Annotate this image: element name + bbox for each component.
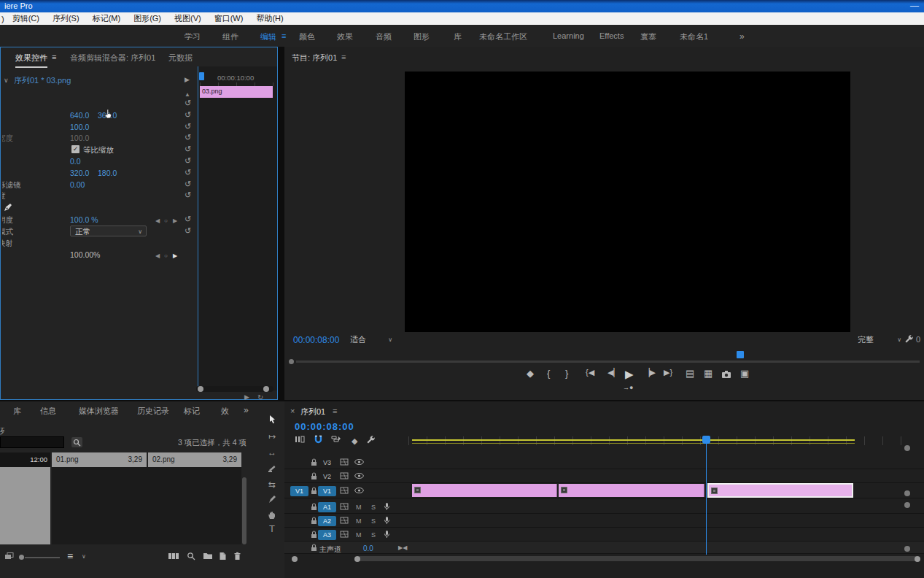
ec-clip-bar[interactable]: 03.png [200,86,273,98]
step-back-icon[interactable]: ◀▏ [607,368,620,377]
mark-out-icon[interactable]: } [565,368,568,379]
v1-target-button[interactable]: V1 [318,486,336,496]
v2-sync-lock-icon[interactable] [340,472,349,479]
ws-tab-effects-en[interactable]: Effects [599,31,624,40]
ec-playhead[interactable] [199,72,204,80]
menu-clip[interactable]: 剪辑(C) [6,13,46,24]
v1-eye-icon[interactable] [354,488,364,493]
a2-solo-button[interactable]: S [371,517,376,525]
tab-metadata[interactable]: 元数据 [168,53,193,63]
a1-lock-icon[interactable] [311,503,317,511]
new-bin-folder-icon[interactable] [203,552,213,560]
program-seek-track[interactable] [296,361,920,363]
nest-indicator-icon[interactable] [295,435,305,444]
effect-controls-panel-menu-icon[interactable]: ≡ [52,53,56,61]
speed-prev-keyframe-icon[interactable]: ◀ [155,253,160,259]
timeline-clip-1[interactable] [412,484,557,497]
ws-tab-custom[interactable]: 寰寨 [640,31,656,42]
ws-tab-unnamed1[interactable]: 未命名1 [680,31,708,42]
program-zoom-select[interactable]: 适合 ∨ [347,333,394,345]
ws-tab-learn[interactable]: 学习 [185,31,201,42]
tab-libraries[interactable]: 库 [13,406,21,417]
program-quality-select[interactable]: 完整 ∨ [855,333,903,345]
a2-target-button[interactable]: A2 [318,516,336,526]
mark-in-icon[interactable]: { [547,368,550,379]
find-bin-icon[interactable] [187,552,195,560]
tool-razor-icon[interactable] [260,461,284,476]
reset-blend-mode-icon[interactable]: ↺ [185,226,193,236]
go-to-in-icon[interactable]: {◀ [586,368,594,377]
ec-zoom-scrollbar[interactable] [196,386,273,392]
reset-opacity-icon[interactable]: ↺ [185,190,193,200]
timeline-settings-wrench-icon[interactable] [366,435,376,444]
timeline-clip-3-selected[interactable] [707,483,853,498]
tool-track-select-icon[interactable]: ↦ [260,429,284,444]
tab-effects-clipped[interactable]: 效 [221,406,229,417]
reset-rotation-icon[interactable]: ↺ [185,156,193,166]
a1-sync-lock-icon[interactable] [340,503,349,510]
blend-mode-select[interactable]: 正常 ∨ [70,226,147,236]
v3-target-button[interactable]: V3 [318,458,336,468]
ws-tab-effects[interactable]: 效果 [337,31,353,42]
rotation-value[interactable]: 0.0 [70,157,81,166]
timeline-scroll-left-circle[interactable] [292,556,298,562]
video-scroll-handle-top[interactable] [904,445,910,451]
program-timecode[interactable]: 00:00:08:00 [293,335,339,345]
program-video-frame[interactable] [405,72,850,332]
tool-hand-icon[interactable] [260,508,284,523]
extract-icon[interactable]: ▦ [704,368,713,379]
project-scrollbar[interactable] [242,477,246,544]
reset-position-icon[interactable]: ↺ [185,110,193,120]
lift-icon[interactable]: ▤ [686,368,694,379]
speed-next-keyframe-icon[interactable]: ▶ [173,253,177,259]
v2-target-button[interactable]: V2 [318,471,336,482]
minimize-button[interactable]: — [910,1,919,11]
ws-tab-unnamed-workspace[interactable]: 未命名工作区 [479,31,527,42]
trash-icon[interactable] [233,552,241,560]
speed-value[interactable]: 100.00% [70,250,100,259]
a2-mic-icon[interactable] [384,516,390,525]
reset-anchor-icon[interactable]: ↺ [185,168,193,177]
a3-target-button[interactable]: A3 [318,530,336,540]
clip-collapse-chevron-icon[interactable]: ∨ [4,77,9,84]
v3-eye-icon[interactable] [354,459,364,465]
go-to-out-icon[interactable]: ▶} [664,368,672,377]
program-settings-wrench-icon[interactable] [904,334,914,344]
tab-effect-controls[interactable]: 效果控件 [15,53,47,68]
tool-slip-icon[interactable]: ⇆ [260,477,284,492]
reset-scale-width-icon[interactable]: ↺ [185,133,193,142]
audio-scroll-handle-bottom[interactable] [904,546,910,552]
opacity-add-keyframe-icon[interactable]: ○ [164,217,168,224]
opacity-prev-keyframe-icon[interactable]: ◀ [155,217,160,224]
v2-eye-icon[interactable] [354,473,364,479]
reset-antiflicker-icon[interactable]: ↺ [185,180,193,189]
ws-tab-color[interactable]: 颜色 [299,31,315,42]
a2-mute-button[interactable]: M [356,517,362,525]
reset-uniform-scale-icon[interactable]: ↺ [185,144,193,154]
timeline-clip-2[interactable] [559,484,704,497]
comparison-view-icon[interactable]: ▣ [740,368,749,379]
a1-solo-button[interactable]: S [371,504,376,511]
position-x-value[interactable]: 640.0 [70,111,89,120]
new-item-icon[interactable] [219,552,227,560]
snap-magnet-icon[interactable] [314,435,323,444]
timeline-zoom-handle-left[interactable] [354,556,360,562]
list-view-icon[interactable]: ≡ [67,550,73,562]
v3-lock-icon[interactable] [311,458,317,466]
ec-toggle-effects-icon[interactable]: ↻ [257,393,263,401]
a3-mic-icon[interactable] [384,530,390,539]
reset-opacity-value-icon[interactable]: ↺ [185,215,193,224]
scale-value[interactable]: 100.0 [70,123,89,131]
ws-tab-assembly[interactable]: 组件 [222,31,238,42]
clip-thumbnail[interactable] [0,467,50,544]
reset-motion-icon[interactable]: ↺ [185,99,193,108]
menu-markers[interactable]: 标记(M) [86,13,128,24]
ws-overflow-chevron[interactable]: » [739,31,745,42]
play-button-icon[interactable]: ▶ [625,368,634,381]
a3-lock-icon[interactable] [311,531,317,539]
opacity-value[interactable]: 100.0 % [70,215,98,224]
timeline-zoom-scrollbar[interactable] [357,556,919,561]
timeline-playhead-head[interactable] [702,436,710,444]
button-editor-icon[interactable]: →● [623,384,633,391]
program-seek-left-handle[interactable] [289,359,294,364]
